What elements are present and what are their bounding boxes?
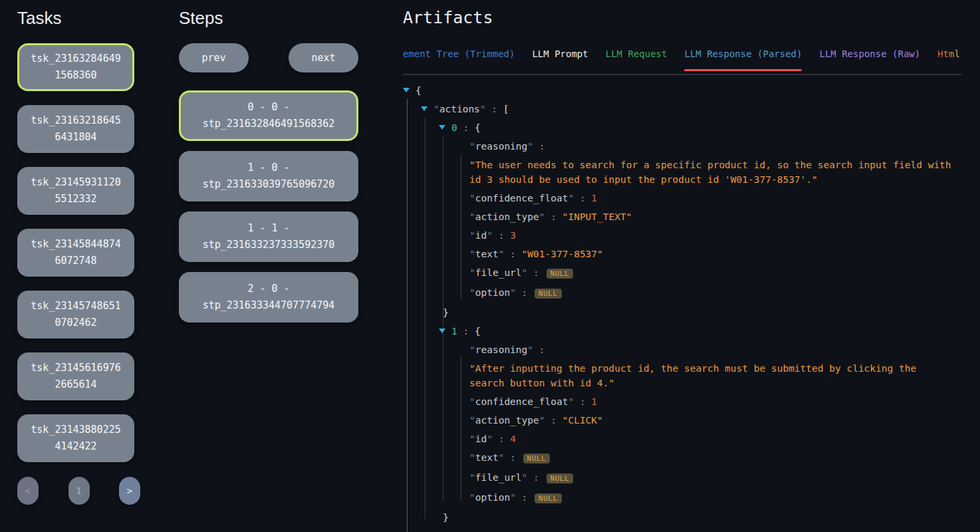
null-badge: NULL (535, 493, 562, 503)
null-badge: NULL (547, 269, 574, 279)
json-row: { (403, 83, 961, 98)
json-row: "text" : NULL (403, 450, 961, 466)
json-row: "id" : 4 (403, 432, 961, 446)
json-row: "action_type" : "CLICK" (403, 413, 961, 428)
step-list: 0 - 0 - stp_2316328464915683621 - 0 - st… (179, 90, 358, 323)
json-row: ] (403, 529, 961, 532)
tab-llm-request[interactable]: LLM Request (606, 47, 668, 71)
json-row: "reasoning" : (403, 342, 961, 357)
step-button[interactable]: 1 - 0 - stp_231633039765096720 (179, 151, 358, 201)
null-badge: NULL (547, 473, 574, 483)
step-button[interactable]: 1 - 1 - stp_231633237333592370 (179, 211, 358, 262)
json-row: "reasoning" : (403, 139, 961, 154)
collapse-caret-icon[interactable] (439, 329, 445, 333)
json-row: 0 : { (403, 120, 961, 135)
pagination: < 1 > (17, 477, 140, 505)
tab-element-tree-trimmed[interactable]: Element Tree (Trimmed) (403, 47, 515, 71)
task-button[interactable]: tsk_231632186456431804 (17, 105, 134, 153)
null-badge: NULL (535, 289, 562, 299)
collapse-caret-icon[interactable] (439, 125, 445, 130)
task-button[interactable]: tsk_231459311205512332 (17, 167, 134, 215)
pagination-next-button[interactable]: > (119, 477, 140, 505)
task-button[interactable]: tsk_231438802254142422 (17, 414, 134, 462)
json-row: "option" : NULL (403, 490, 961, 506)
tasks-title: Tasks (17, 8, 134, 29)
json-row: "file_url" : NULL (403, 470, 961, 486)
json-row: } (403, 305, 961, 320)
step-nav: prev next (179, 43, 358, 72)
json-row: "action_type" : "INPUT_TEXT" (403, 209, 961, 224)
json-row: "actions" : [ (403, 102, 961, 116)
artifacts-title: Artifacts (403, 8, 961, 27)
prev-step-button[interactable]: prev (179, 43, 249, 72)
json-row: "The user needs to search for a specific… (403, 158, 961, 187)
task-button[interactable]: tsk_231456169762665614 (17, 352, 134, 400)
tasks-panel: Tasks tsk_231632846491568360tsk_23163218… (17, 8, 134, 505)
json-row: "text" : "W01-377-8537" (403, 247, 961, 261)
pagination-prev-button[interactable]: < (17, 477, 39, 505)
json-row: "file_url" : NULL (403, 265, 961, 281)
artifacts-panel: Artifacts Element Tree (Trimmed)LLM Prom… (403, 8, 961, 532)
next-step-button[interactable]: next (289, 43, 358, 72)
tab-llm-response-raw[interactable]: LLM Response (Raw) (819, 47, 920, 71)
json-row: "After inputting the product id, the sea… (403, 361, 961, 390)
tab-llm-response-parsed[interactable]: LLM Response (Parsed) (684, 47, 802, 71)
json-rows: {"actions" : [0 : {"reasoning" :"The use… (403, 83, 961, 532)
task-list: tsk_231632846491568360tsk_23163218645643… (17, 43, 134, 462)
step-button[interactable]: 0 - 0 - stp_231632846491568362 (179, 90, 358, 141)
tab-html-raw[interactable]: Html (Raw) (937, 47, 961, 71)
json-row: "confidence_float" : 1 (403, 191, 961, 205)
json-row: } (403, 510, 961, 525)
json-row: "confidence_float" : 1 (403, 394, 961, 409)
artifacts-tabs-row: Element Tree (Trimmed)LLM PromptLLM Requ… (403, 47, 961, 75)
task-button[interactable]: tsk_231632846491568360 (17, 43, 134, 91)
collapse-caret-icon[interactable] (421, 106, 428, 111)
tab-track (403, 74, 961, 75)
null-badge: NULL (523, 454, 551, 464)
steps-title: Steps (179, 8, 358, 29)
steps-panel: Steps prev next 0 - 0 - stp_231632846491… (179, 8, 358, 332)
pagination-page-1-button[interactable]: 1 (68, 477, 90, 505)
collapse-caret-icon[interactable] (403, 88, 410, 92)
step-button[interactable]: 2 - 0 - stp_231633344707774794 (179, 272, 358, 323)
json-row: "id" : 3 (403, 228, 961, 243)
artifacts-tabs: Element Tree (Trimmed)LLM PromptLLM Requ… (403, 47, 961, 71)
tab-llm-prompt[interactable]: LLM Prompt (532, 47, 588, 71)
json-row: "option" : NULL (403, 285, 961, 301)
task-button[interactable]: tsk_231457486510702462 (17, 291, 134, 338)
task-button[interactable]: tsk_231458448746072748 (17, 229, 134, 277)
json-row: 1 : { (403, 324, 961, 338)
json-tree-viewer: {"actions" : [0 : {"reasoning" :"The use… (403, 83, 961, 532)
